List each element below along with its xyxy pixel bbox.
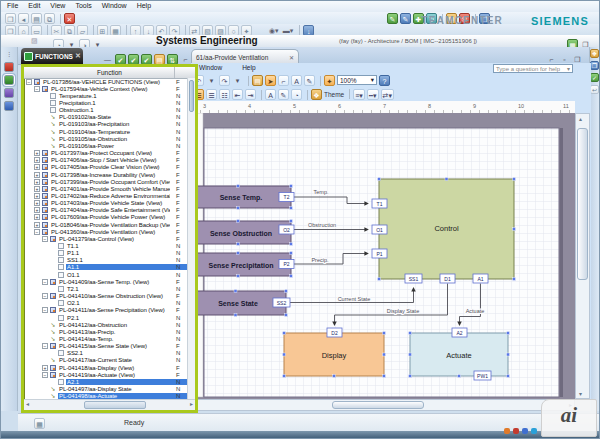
tree-row[interactable]: +PL-017398/aa-Increase Durability (View)… bbox=[24, 171, 188, 178]
tree-row[interactable]: O2.1N bbox=[24, 300, 188, 307]
selection-handle[interactable] bbox=[383, 353, 386, 356]
tree-row[interactable]: Temperature.1N bbox=[24, 92, 188, 99]
vertical-scrollbar[interactable]: ▴▾ bbox=[575, 113, 590, 399]
tree-row[interactable]: −PL-017594/aa-Vehicle Context (View)F bbox=[24, 85, 188, 92]
tree-row[interactable]: ➘PL-041413/aa-Precip.N bbox=[24, 328, 188, 335]
scrollbar-thumb[interactable] bbox=[189, 80, 194, 112]
tree-row[interactable]: −PL-041409/aa-Sense Temp. (View)F bbox=[24, 278, 188, 285]
selection-handle[interactable] bbox=[290, 220, 293, 223]
tree-row[interactable]: ➘PL-019103/aa-PrecipitationN bbox=[24, 121, 188, 128]
edit-pencil-icon[interactable]: ✎ bbox=[387, 13, 398, 24]
tree-expander[interactable]: + bbox=[34, 179, 40, 185]
selection-handle[interactable] bbox=[333, 375, 336, 378]
scroll-down-icon[interactable]: ▾ bbox=[579, 390, 582, 397]
selection-handle[interactable] bbox=[445, 178, 448, 181]
scroll-left-icon[interactable]: ◂ bbox=[26, 400, 29, 409]
tree-expander[interactable]: + bbox=[34, 207, 40, 213]
dropdown-icon[interactable]: ▾ bbox=[371, 76, 374, 84]
tree-row[interactable]: ➘PL-019104/aa-TemperatureN bbox=[24, 128, 188, 135]
tree-row[interactable]: −PL-041410/aa-Sense Obstruction (View)F bbox=[24, 293, 188, 300]
tree-expander[interactable]: − bbox=[42, 236, 48, 242]
functions-perspective-icon[interactable] bbox=[4, 75, 14, 85]
tab-functions[interactable]: FUNCTIONS ✕ bbox=[21, 48, 83, 64]
tree-row[interactable]: ➘PL-041497/aa-Display StateN bbox=[24, 385, 188, 392]
tree-row[interactable]: O1.1N bbox=[24, 271, 188, 278]
tree-row[interactable]: +PL-017401/aa-Provide Smooth Vehicle Man… bbox=[24, 185, 188, 192]
menu-window[interactable]: Window bbox=[102, 2, 127, 12]
tree-row[interactable]: A2.1N bbox=[24, 378, 188, 385]
tree-row[interactable]: Precipitation.1N bbox=[24, 99, 188, 106]
tree-expander[interactable]: − bbox=[26, 79, 32, 85]
tree-row[interactable]: P2.1N bbox=[24, 314, 188, 321]
selection-handle[interactable] bbox=[513, 178, 516, 181]
tree-expander[interactable]: + bbox=[34, 222, 40, 228]
tree-expander[interactable]: + bbox=[42, 365, 48, 371]
tree-expander[interactable]: − bbox=[34, 86, 40, 92]
selection-handle[interactable] bbox=[234, 290, 237, 293]
tree-expander[interactable]: + bbox=[34, 164, 40, 170]
selection-handle[interactable] bbox=[507, 332, 510, 335]
tree-row[interactable]: +PL-017404/aa-Provide Safe Entertainment… bbox=[24, 207, 188, 214]
back-icon[interactable]: ↩ bbox=[590, 85, 599, 94]
check-icon[interactable]: ✓ bbox=[590, 73, 599, 82]
tree-expander[interactable]: + bbox=[34, 193, 40, 199]
selection-handle[interactable] bbox=[237, 243, 240, 246]
tree-row[interactable]: ➘PL-041414/aa-Temp.N bbox=[24, 335, 188, 342]
tree-expander[interactable]: + bbox=[34, 200, 40, 206]
tree-row[interactable]: −PL-041360/aa-Provide Ventilation (View)… bbox=[24, 228, 188, 235]
palette-icon[interactable]: ❖ bbox=[590, 49, 599, 58]
tree-expander[interactable]: − bbox=[42, 307, 48, 313]
selection-handle[interactable] bbox=[237, 220, 240, 223]
theme-brush-icon[interactable]: ❖ bbox=[311, 89, 322, 100]
selection-handle[interactable] bbox=[285, 290, 288, 293]
selection-handle[interactable] bbox=[237, 207, 240, 210]
selection-handle[interactable] bbox=[409, 332, 412, 335]
tree-row[interactable]: +PL-017402/aa-Reduce Adverse Environment… bbox=[24, 192, 188, 199]
selection-handle[interactable] bbox=[378, 178, 381, 181]
tree-row[interactable]: SS2.1N bbox=[24, 350, 188, 357]
scroll-right-icon[interactable]: ▸ bbox=[190, 400, 193, 409]
line-pattern-icon[interactable]: ╍▾ bbox=[367, 89, 379, 100]
selection-handle[interactable] bbox=[283, 332, 286, 335]
tree-expander[interactable]: − bbox=[42, 293, 48, 299]
tree-row[interactable]: ➘PL-041417/aa-Current StateN bbox=[24, 357, 188, 364]
indent-icon[interactable]: ⇥ bbox=[245, 89, 256, 100]
menu-tools[interactable]: Tools bbox=[75, 2, 91, 12]
tree-row[interactable]: ➘PL-019105/aa-ObstructionN bbox=[24, 135, 188, 142]
pan-zoom-icon[interactable]: ✦ bbox=[324, 75, 335, 86]
window-icon[interactable]: ❐ bbox=[590, 61, 599, 70]
tree-vertical-scrollbar[interactable] bbox=[187, 78, 195, 400]
zoom-combo[interactable]: 100% ▾ bbox=[337, 75, 377, 85]
tree-row[interactable]: −PL-041415/aa-Sense State (View)F bbox=[24, 343, 188, 350]
line-weight-icon[interactable]: ≡▾ bbox=[353, 89, 365, 100]
tree-row[interactable]: +PL-017397/aa-Protect Occupant (View)F bbox=[24, 150, 188, 157]
horizontal-scrollbar[interactable]: ◂▸ bbox=[191, 399, 575, 411]
selection-handle[interactable] bbox=[290, 207, 293, 210]
selection-handle[interactable] bbox=[290, 243, 293, 246]
tree-row[interactable]: Obstruction.1N bbox=[24, 107, 188, 114]
tree-row[interactable]: +PL-018046/aa-Provide Ventilation Backup… bbox=[24, 221, 188, 228]
selection-handle[interactable] bbox=[409, 353, 412, 356]
tree-expander[interactable]: − bbox=[42, 343, 48, 349]
help-search-input[interactable]: Type a question for help ▾ bbox=[493, 64, 573, 73]
tree-row[interactable]: +PL-017405/aa-Provide Clear Vision (View… bbox=[24, 164, 188, 171]
tab-diagram[interactable]: 61/aa-Provide Ventilation ✕ bbox=[191, 49, 299, 64]
tree-row[interactable]: A1.1N bbox=[24, 264, 188, 271]
tree-row[interactable]: +PL-017609/aa-Provide Vehicle Power (Vie… bbox=[24, 214, 188, 221]
tree-row[interactable]: P1.1N bbox=[24, 250, 188, 257]
tree-expander[interactable]: − bbox=[42, 372, 48, 378]
tree-expander[interactable]: + bbox=[34, 150, 40, 156]
close-tab-icon[interactable]: ✕ bbox=[75, 52, 81, 60]
tree-row[interactable]: +PL-017403/aa-Provide Vehicle State (Vie… bbox=[24, 200, 188, 207]
tree-row[interactable]: −PL-017386/aa-VEHICLE FUNCTIONS (View)F bbox=[24, 78, 188, 85]
tree-expander[interactable]: − bbox=[34, 229, 40, 235]
selection-handle[interactable] bbox=[383, 332, 386, 335]
selection-handle[interactable] bbox=[513, 278, 516, 281]
selection-handle[interactable] bbox=[283, 353, 286, 356]
selection-handle[interactable] bbox=[290, 185, 293, 188]
tree-expander[interactable]: − bbox=[42, 279, 48, 285]
selection-handle[interactable] bbox=[234, 314, 237, 317]
font-color-icon[interactable]: A bbox=[265, 89, 276, 100]
scrollbar-thumb[interactable] bbox=[332, 401, 424, 409]
bullets-icon[interactable]: ☷ bbox=[219, 89, 230, 100]
